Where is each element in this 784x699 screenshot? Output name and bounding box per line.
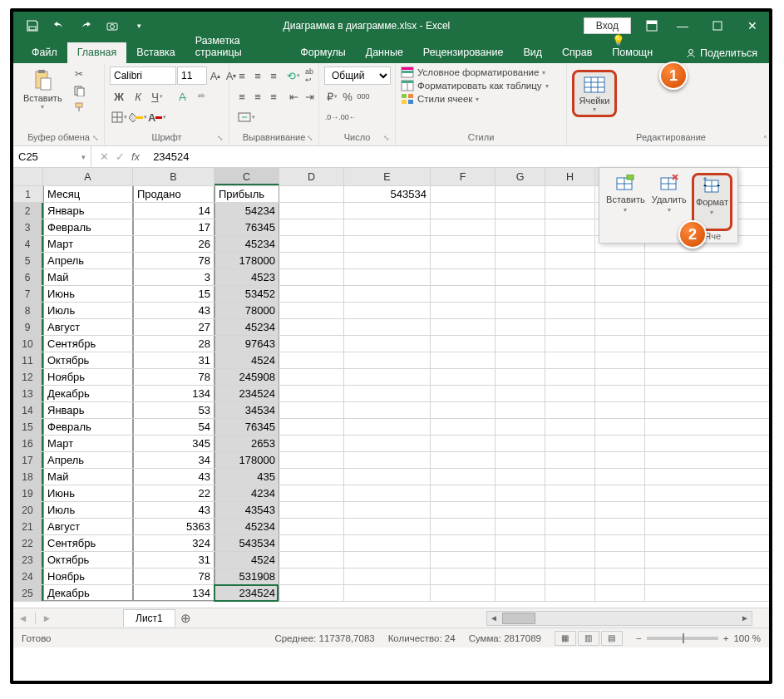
cell[interactable] bbox=[595, 286, 645, 302]
sheet-nav-prev-icon[interactable]: ◄ bbox=[18, 613, 28, 624]
cell[interactable]: 178000 bbox=[214, 253, 279, 268]
cell[interactable] bbox=[279, 585, 344, 601]
phonetic-button[interactable]: ᵃᵇ bbox=[192, 87, 210, 106]
sheet-nav-next-icon[interactable]: ► bbox=[42, 613, 52, 624]
row-header[interactable]: 11 bbox=[13, 352, 43, 368]
column-header[interactable]: C bbox=[214, 168, 279, 185]
percent-format-icon[interactable]: % bbox=[340, 87, 355, 106]
redo-icon[interactable] bbox=[75, 15, 96, 37]
cell[interactable]: Февраль bbox=[43, 419, 133, 435]
zoom-in-icon[interactable]: + bbox=[723, 633, 729, 643]
row-header[interactable]: 4 bbox=[13, 236, 43, 252]
copy-icon[interactable] bbox=[71, 83, 87, 98]
column-header[interactable]: F bbox=[431, 168, 496, 185]
insert-cells-button[interactable]: Вставить▾ bbox=[604, 173, 647, 231]
cell[interactable]: Сентябрь bbox=[43, 336, 133, 352]
align-bottom-icon[interactable]: ≡ bbox=[266, 66, 281, 85]
cell[interactable] bbox=[545, 386, 595, 401]
cell[interactable] bbox=[595, 569, 645, 584]
cell[interactable]: 43 bbox=[133, 303, 214, 318]
cell[interactable]: 134 bbox=[133, 585, 214, 601]
cell[interactable] bbox=[279, 352, 344, 368]
cell[interactable] bbox=[545, 535, 595, 551]
cell[interactable] bbox=[595, 419, 645, 435]
cell[interactable]: 28 bbox=[133, 336, 214, 352]
cell[interactable]: 245908 bbox=[214, 369, 279, 385]
column-header[interactable]: G bbox=[496, 168, 545, 185]
cell[interactable] bbox=[595, 386, 645, 401]
cell[interactable]: 178000 bbox=[214, 452, 279, 468]
zoom-slider[interactable] bbox=[647, 637, 718, 640]
cell[interactable] bbox=[344, 535, 431, 551]
cell[interactable] bbox=[279, 402, 344, 418]
conditional-formatting-button[interactable]: Условное форматирование ▾ bbox=[401, 66, 549, 78]
cell[interactable] bbox=[545, 519, 595, 534]
cell[interactable] bbox=[496, 585, 545, 601]
row-header[interactable]: 19 bbox=[13, 485, 43, 501]
cell[interactable] bbox=[496, 253, 545, 268]
cell[interactable] bbox=[279, 336, 344, 352]
accounting-format-icon[interactable]: ₽▾ bbox=[324, 87, 339, 106]
cell[interactable] bbox=[496, 286, 545, 302]
row-header[interactable]: 13 bbox=[13, 386, 43, 401]
tab-home[interactable]: Главная bbox=[67, 42, 127, 63]
select-all-button[interactable] bbox=[13, 168, 43, 185]
cell[interactable] bbox=[431, 336, 496, 352]
cell[interactable] bbox=[344, 419, 431, 435]
cell[interactable]: Август bbox=[43, 519, 133, 534]
cell[interactable]: 78000 bbox=[214, 303, 279, 318]
orientation-icon[interactable]: ⟲▾ bbox=[286, 66, 301, 85]
merge-cells-button[interactable]: ▾ bbox=[234, 108, 259, 126]
cell[interactable] bbox=[279, 286, 344, 302]
cell[interactable] bbox=[595, 502, 645, 518]
cell[interactable] bbox=[496, 552, 545, 568]
row-header[interactable]: 18 bbox=[13, 469, 43, 485]
row-header[interactable]: 17 bbox=[13, 452, 43, 468]
cell[interactable]: Октябрь bbox=[43, 552, 133, 568]
cell[interactable] bbox=[545, 419, 595, 435]
tab-data[interactable]: Данные bbox=[356, 42, 413, 63]
cell[interactable]: 43 bbox=[133, 469, 214, 485]
cell[interactable]: Апрель bbox=[43, 253, 133, 268]
cell[interactable] bbox=[344, 569, 431, 584]
strikethrough-button[interactable]: A̶ bbox=[173, 87, 191, 106]
row-header[interactable]: 1 bbox=[13, 186, 43, 202]
cell[interactable]: Декабрь bbox=[43, 585, 133, 601]
cell[interactable]: 4524 bbox=[214, 352, 279, 368]
cell[interactable]: 45234 bbox=[214, 519, 279, 534]
close-button[interactable]: ✕ bbox=[736, 12, 769, 40]
zoom-out-icon[interactable]: − bbox=[636, 633, 642, 643]
cell[interactable]: 76345 bbox=[214, 219, 279, 235]
column-header[interactable]: D bbox=[279, 168, 344, 185]
row-header[interactable]: 10 bbox=[13, 336, 43, 352]
tab-file[interactable]: Файл bbox=[22, 42, 67, 63]
cell[interactable] bbox=[344, 552, 431, 568]
cell[interactable] bbox=[344, 269, 431, 285]
cell[interactable] bbox=[496, 219, 545, 235]
cell[interactable]: 53452 bbox=[214, 286, 279, 302]
column-header[interactable]: H bbox=[545, 168, 595, 185]
row-header[interactable]: 14 bbox=[13, 402, 43, 418]
cell[interactable] bbox=[545, 336, 595, 352]
cell[interactable] bbox=[595, 519, 645, 534]
tab-page-layout[interactable]: Разметка страницы bbox=[185, 31, 291, 63]
cell[interactable]: 27 bbox=[133, 319, 214, 335]
paste-button[interactable]: Вставить▾ bbox=[18, 66, 67, 112]
cell[interactable] bbox=[545, 253, 595, 268]
cell[interactable] bbox=[279, 203, 344, 219]
cell[interactable] bbox=[279, 319, 344, 335]
cell[interactable] bbox=[279, 219, 344, 235]
cell[interactable] bbox=[344, 369, 431, 385]
share-button[interactable]: Поделиться bbox=[673, 43, 769, 63]
row-header[interactable]: 16 bbox=[13, 436, 43, 451]
cell[interactable] bbox=[496, 303, 545, 318]
cell[interactable] bbox=[344, 286, 431, 302]
cell[interactable]: 78 bbox=[133, 569, 214, 584]
cell[interactable]: Апрель bbox=[43, 452, 133, 468]
cell[interactable]: Май bbox=[43, 469, 133, 485]
cell[interactable] bbox=[595, 319, 645, 335]
cell[interactable]: Октябрь bbox=[43, 352, 133, 368]
cell[interactable] bbox=[545, 186, 595, 202]
cell[interactable] bbox=[545, 502, 595, 518]
tab-review[interactable]: Рецензирование bbox=[413, 42, 514, 63]
